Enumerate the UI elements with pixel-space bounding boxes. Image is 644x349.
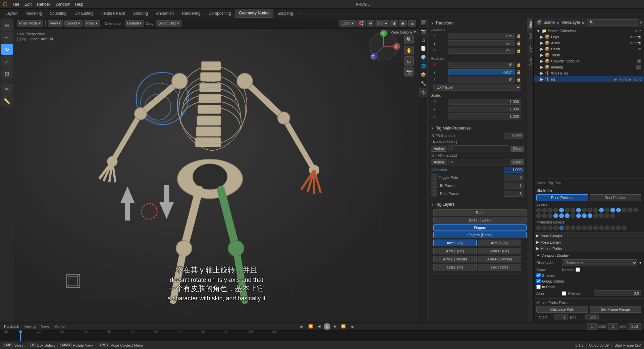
display-as-select[interactable]: Octahedral bbox=[562, 259, 637, 266]
orientation-selector[interactable]: Default ▾ bbox=[125, 20, 144, 27]
tab-tool[interactable]: Tool bbox=[527, 30, 533, 42]
p-dot-13[interactable] bbox=[605, 226, 609, 230]
toggle-pole-value[interactable]: 0 bbox=[504, 174, 524, 181]
layer-dot-1[interactable] bbox=[536, 208, 541, 212]
tab-item[interactable]: Item bbox=[527, 18, 533, 30]
prop-tab-render[interactable]: 📷 bbox=[419, 27, 428, 36]
play-back-btn[interactable]: ◀ bbox=[316, 323, 322, 329]
layer-dot-17[interactable] bbox=[628, 208, 632, 212]
shapes-checkbox[interactable] bbox=[536, 273, 541, 278]
wgts-item[interactable]: ▶ 🤸 WGTS_rig bbox=[534, 70, 644, 76]
tab-view[interactable]: View bbox=[527, 42, 533, 55]
arm-l-ik-btn[interactable]: Arm.L (IK) bbox=[433, 240, 477, 246]
solid-btn[interactable]: ● bbox=[382, 20, 389, 27]
location-x-lock[interactable]: 🔒 bbox=[516, 34, 521, 38]
stop-btn[interactable]: ⏹ bbox=[324, 323, 330, 330]
measure-tool[interactable]: 📏 bbox=[1, 95, 13, 107]
prop-tab-armature[interactable]: 🤸 bbox=[419, 88, 428, 97]
action-btn-2[interactable]: Action bbox=[431, 159, 447, 165]
scale-z-value[interactable]: 1.000 bbox=[448, 113, 521, 119]
torso-item[interactable]: ▶ 📦 Torso bbox=[534, 52, 644, 58]
legs-item[interactable]: ▶ 📦 Legs 👁 ↗ 📸 bbox=[534, 34, 644, 40]
pivot-selector[interactable]: Local ▾ bbox=[339, 20, 356, 27]
tab-scripting[interactable]: Scripting bbox=[273, 10, 297, 17]
p-dot-5[interactable] bbox=[559, 226, 564, 230]
location-y-value[interactable]: 0 m bbox=[448, 40, 515, 46]
pan-btn[interactable]: ✋ bbox=[404, 46, 414, 55]
ik-stretch-value[interactable]: 1.000 bbox=[504, 167, 524, 173]
prop-tab-scene-props[interactable]: 🌍 bbox=[419, 53, 428, 62]
tab-layout[interactable]: Layout bbox=[1, 10, 21, 17]
material-btn[interactable]: ◑ bbox=[390, 20, 398, 27]
p-dot-1[interactable] bbox=[536, 226, 541, 230]
prop-tab-output[interactable]: 🖨 bbox=[419, 36, 428, 44]
scale-tool[interactable]: ⤢ bbox=[1, 56, 13, 67]
view-btn[interactable]: View bbox=[40, 324, 50, 329]
fingers-detail-btn[interactable]: Fingers (Detail) bbox=[433, 232, 527, 238]
viewport-scene[interactable]: Y X Z 不在其 y 轴上旋转，并且 doesn't rotate on it… bbox=[14, 18, 419, 322]
group-colors-checkbox[interactable] bbox=[536, 279, 541, 283]
fingers-btn[interactable]: Fingers bbox=[433, 224, 527, 231]
layer-dot-15[interactable] bbox=[616, 208, 621, 212]
arms-render-icon[interactable]: 📸 bbox=[637, 41, 641, 45]
p-dot-4[interactable] bbox=[553, 226, 558, 230]
torso-tweak-btn[interactable]: Torso (Tweak) bbox=[433, 217, 527, 223]
clavicle-item[interactable]: ▶ 📦 Clavicle_Scapula 4 bbox=[534, 58, 644, 64]
transform-header[interactable]: ▼ Transform bbox=[428, 19, 527, 27]
p-dot-2[interactable] bbox=[542, 226, 547, 230]
rotation-y-value[interactable]: -58.2° bbox=[448, 69, 515, 75]
menu-help[interactable]: Help bbox=[72, 1, 86, 7]
layer-dot-24[interactable] bbox=[565, 213, 570, 218]
arm-r-ik-btn[interactable]: Arm.R (IK) bbox=[478, 240, 521, 246]
action-btn-1[interactable]: Action bbox=[431, 146, 447, 152]
legs-vis-icon[interactable]: 👁 bbox=[630, 35, 633, 39]
tab-compositing[interactable]: Compositing bbox=[205, 10, 235, 17]
tab-rendering[interactable]: Rendering bbox=[178, 10, 204, 17]
jump-start-btn[interactable]: ⏮ bbox=[299, 324, 305, 329]
clear-btn-1[interactable]: Clear bbox=[511, 146, 524, 152]
layer-dot-11[interactable] bbox=[593, 208, 598, 212]
layer-dot-4[interactable] bbox=[553, 208, 558, 212]
tab-animation[interactable]: Animation bbox=[152, 10, 178, 17]
viewport-overlay-btn[interactable]: ☰ bbox=[408, 20, 416, 27]
rendered-btn[interactable]: ◉ bbox=[399, 20, 407, 27]
rotation-mode-select[interactable]: ZXY Euler bbox=[433, 84, 521, 91]
arm-r-fk-btn[interactable]: Arm.R (FK) bbox=[478, 248, 521, 254]
head-vis-icon[interactable]: 👁 bbox=[638, 47, 641, 51]
camera-view-btn[interactable]: 📷 bbox=[404, 67, 414, 77]
tab-sculpting[interactable]: Sculpting bbox=[46, 10, 70, 17]
select-icon[interactable]: ↗ bbox=[639, 29, 641, 33]
playback-btn[interactable]: Playback bbox=[3, 324, 20, 329]
p-dot-8[interactable] bbox=[576, 226, 581, 230]
end-frame[interactable]: 250 bbox=[628, 323, 641, 330]
p-dot-11[interactable] bbox=[593, 226, 598, 230]
ik-fk-value[interactable]: 0.000 bbox=[504, 133, 524, 139]
scale-y-value[interactable]: 1.000 bbox=[448, 106, 521, 112]
menu-file[interactable]: File bbox=[10, 1, 22, 7]
layer-dot-25[interactable] bbox=[571, 213, 575, 218]
tab-modeling[interactable]: Modeling bbox=[21, 10, 46, 17]
add-workspace-button[interactable]: + bbox=[297, 10, 305, 17]
legs-render-icon[interactable]: 📸 bbox=[637, 35, 641, 39]
location-z-lock[interactable]: 🔒 bbox=[516, 48, 521, 53]
prop-tab-scene[interactable]: 🎬 bbox=[419, 18, 428, 27]
pole-parent-icon[interactable]: ↕ bbox=[431, 190, 437, 197]
tab-shading[interactable]: Shading bbox=[129, 10, 152, 17]
keying-btn[interactable]: Keying bbox=[23, 324, 37, 329]
tab-texture-paint[interactable]: Texture Paint bbox=[98, 10, 129, 17]
leg-l-ik-btn[interactable]: Leg.L (IK) bbox=[433, 264, 477, 270]
head-item[interactable]: ▶ 📦 Head 👁 bbox=[534, 46, 644, 52]
rotate-tool[interactable]: ↻ bbox=[1, 44, 13, 55]
layer-dot-18[interactable] bbox=[633, 208, 638, 212]
location-y-lock[interactable]: 🔒 bbox=[516, 41, 521, 46]
arms-sel-icon[interactable]: ↗ bbox=[634, 41, 637, 45]
torso-btn[interactable]: Torso bbox=[433, 209, 527, 216]
prop-tab-world[interactable]: 🌐 bbox=[419, 62, 428, 70]
pole-parent-value[interactable]: 6 bbox=[504, 191, 524, 197]
arms-vis-icon[interactable]: 👁 bbox=[630, 41, 633, 45]
layer-dot-13[interactable] bbox=[605, 208, 609, 212]
proportional-edit-btn[interactable]: ⊙ bbox=[367, 20, 374, 27]
p-dot-7[interactable] bbox=[571, 226, 575, 230]
arm-l-tweak-btn[interactable]: Arm.L (Tweak) bbox=[433, 256, 477, 262]
scale-x-value[interactable]: 1.000 bbox=[448, 99, 521, 105]
